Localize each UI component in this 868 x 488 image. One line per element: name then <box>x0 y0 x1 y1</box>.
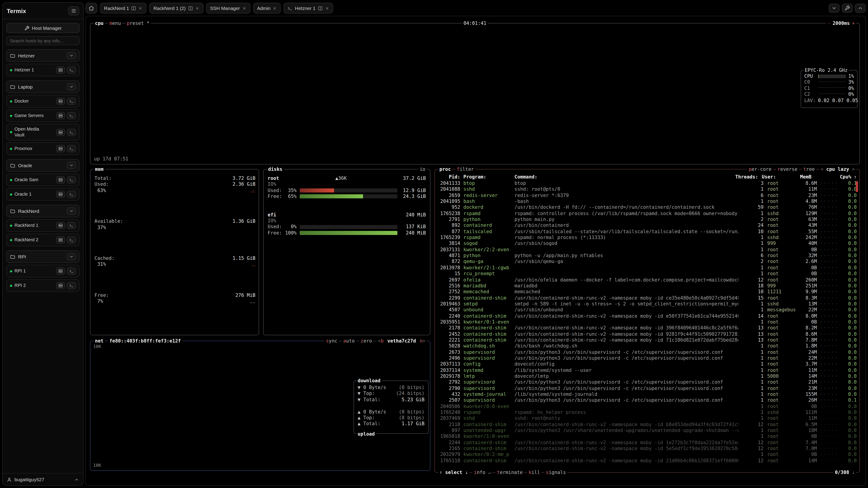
proc-scrollbar[interactable] <box>856 181 858 192</box>
tab-close-button[interactable] <box>325 6 329 10</box>
split-view-button[interactable] <box>131 6 136 11</box>
threads-header[interactable]: Threads: <box>733 174 758 180</box>
proc-row[interactable]: 2697ofelia/usr/bin/ofelia daemon --docke… <box>438 277 857 283</box>
proc-row[interactable]: 897unattended-upgr/usr/bin/python3 /usr/… <box>438 427 857 433</box>
next-interface-key[interactable]: n <box>420 338 423 344</box>
proc-row[interactable]: 1965018kworker/1:0-even1root0B·····0.0 <box>438 433 857 440</box>
proc-tree-toggle[interactable]: tree <box>802 166 816 172</box>
interval-increase-button[interactable]: + <box>852 20 855 26</box>
tab-ssh-manager[interactable]: SSH Manager <box>206 3 250 13</box>
proc-row[interactable]: 2041095bash-bash1root4.8M·····0.0 <box>438 198 857 204</box>
host-row-rpi-2[interactable]: RPI 2 <box>6 279 80 292</box>
host-stats-button[interactable] <box>56 236 65 243</box>
group-collapse-button[interactable] <box>67 162 76 169</box>
proc-sort-selector[interactable]: < cpu lazy > <box>819 166 856 172</box>
host-stats-button[interactable] <box>56 145 65 152</box>
host-stats-button[interactable] <box>56 191 65 198</box>
host-row-racknerd-2[interactable]: RackNerd 2 <box>6 234 80 246</box>
host-stats-button[interactable] <box>56 176 65 184</box>
net-sync-button[interactable]: sync <box>324 338 339 344</box>
proc-row[interactable]: 2037469sshdsshd: root@notty1root11M·····… <box>438 416 857 422</box>
user-header[interactable]: User: <box>758 174 793 180</box>
host-stats-button[interactable] <box>56 267 65 275</box>
cpu-menu-button[interactable]: menu <box>108 20 122 26</box>
pid-header[interactable]: Pid: <box>438 174 460 180</box>
proc-terminate-button[interactable]: terminate <box>495 469 524 475</box>
interval-decrease-button[interactable]: - <box>828 20 831 26</box>
host-terminal-button[interactable] <box>67 236 76 243</box>
host-stats-button[interactable] <box>56 66 65 74</box>
proc-row[interactable]: 877tailscaled/usr/sbin/tailscaled --stat… <box>438 229 857 235</box>
host-manager-button[interactable]: Host Manager <box>6 23 80 33</box>
proc-row[interactable]: 4871pythonpython -u /app/main.py nftable… <box>438 253 857 259</box>
proc-row[interactable]: 2673supervisord/usr/bin/python3 /usr/bin… <box>438 349 857 355</box>
tab-hetzner-1[interactable]: Hetzner 1 <box>284 3 333 13</box>
net-interface-selector[interactable]: <b vetha7c27d n> <box>377 338 427 344</box>
quick-actions-button[interactable] <box>842 4 852 13</box>
host-stats-button[interactable] <box>56 112 65 119</box>
host-stats-button[interactable] <box>56 98 65 105</box>
net-auto-button[interactable]: auto <box>342 338 356 344</box>
program-header[interactable]: Program: <box>460 174 511 180</box>
sidebar-toggle-button[interactable] <box>68 6 79 15</box>
host-terminal-button[interactable] <box>67 112 76 119</box>
tab-close-button[interactable] <box>273 6 277 10</box>
tab-close-button[interactable] <box>242 6 246 10</box>
group-header-hetzner[interactable]: Hetzner <box>6 49 80 62</box>
proc-row[interactable]: 2178containerd-shim/usr/bin/containerd-s… <box>438 325 857 331</box>
proc-reverse-toggle[interactable]: reverse <box>776 166 799 172</box>
host-terminal-button[interactable] <box>67 267 76 275</box>
proc-row[interactable]: 2037131kworker/2:2-even1root0B·····0.0 <box>438 247 857 253</box>
host-terminal-button[interactable] <box>67 145 76 152</box>
host-stats-button[interactable] <box>56 129 65 136</box>
cpu-header[interactable]: Cpu% <box>836 174 851 180</box>
host-stats-button[interactable] <box>56 222 65 229</box>
proc-row[interactable]: 2041133btopbtop3root8.6M·····0.1 <box>438 180 857 186</box>
proc-row[interactable]: 2659redis-serverredis-server *:63796root… <box>438 192 857 198</box>
proc-row[interactable]: 2029178lmtpdovecot/lmtp1500014M·····0.0 <box>438 373 857 379</box>
host-row-oracle-1[interactable]: Oracle 1 <box>6 188 80 201</box>
host-stats-button[interactable] <box>56 282 65 289</box>
host-terminal-button[interactable] <box>67 129 76 136</box>
proc-row[interactable]: 2752memcachedmemcached10112119.9M·····0.… <box>438 289 857 295</box>
search-input[interactable] <box>6 36 80 45</box>
host-row-oracle-sam[interactable]: Oracle Sam <box>6 173 80 186</box>
proc-row[interactable]: 2790supervisord/usr/bin/python3 /usr/bin… <box>438 385 857 391</box>
host-terminal-button[interactable] <box>67 98 76 105</box>
tab-admin[interactable]: Admin <box>253 3 281 13</box>
proc-signals-button[interactable]: signals <box>545 469 567 475</box>
home-button[interactable] <box>86 3 97 13</box>
proc-row[interactable]: 952dockerd/usr/bin/dockerd -H fd:// --co… <box>438 204 857 210</box>
cpu-preset-button[interactable]: preset * <box>125 20 151 26</box>
tab-close-button[interactable] <box>195 6 199 10</box>
proc-row[interactable]: 2299containerd-shim/usr/bin/containerd-s… <box>438 295 857 301</box>
group-header-racknerd[interactable]: RackNerd <box>6 205 80 217</box>
proc-row[interactable]: 2244containerd-shim/usr/bin/containerd-s… <box>438 440 857 446</box>
proc-row[interactable]: 2165containerd-shim/usr/bin/containerd-s… <box>438 446 857 452</box>
proc-info-button[interactable]: info ↵ <box>473 469 493 475</box>
proc-row[interactable]: 15rcu_preempt1root0B·····0.0 <box>438 271 857 277</box>
mem-header[interactable]: MemB <box>793 174 811 180</box>
tab-racknerd-1-2[interactable]: RackNerd 1 (2) <box>149 3 203 13</box>
host-row-proxmox[interactable]: Proxmox <box>6 142 80 155</box>
proc-row[interactable]: 2507supervisord/usr/bin/python3 /usr/bin… <box>438 397 857 403</box>
tab-racknerd-1[interactable]: RackNerd 1 <box>100 3 147 13</box>
proc-row[interactable]: 2035951kworker/0:1-even1root0B·····0.0 <box>438 319 857 325</box>
host-row-open-media-vault[interactable]: Open Media Vault <box>6 124 80 140</box>
proc-row[interactable]: 2452containerd-shim/usr/bin/containerd-s… <box>438 331 857 337</box>
proc-row[interactable]: 892containerd/usr/bin/containerd24root43… <box>438 223 857 229</box>
proc-row[interactable]: 1765240rspamdrspamd: hs_helper process1s… <box>438 410 857 416</box>
proc-row[interactable]: 2019463smtpdsmtpd -n 589 -t inet -u -o s… <box>438 301 857 307</box>
proc-row[interactable]: 5028watchdog.sh/bin/bash /watchdog.sh1ro… <box>438 343 857 349</box>
tab-dropdown-button[interactable] <box>829 4 839 13</box>
proc-row[interactable]: 2032979kworker/0:2-mm_p1root0B·····0.0 <box>438 452 857 458</box>
collapse-tabs-button[interactable] <box>855 4 866 13</box>
proc-filter-button[interactable]: filter <box>456 166 475 172</box>
proc-row[interactable]: 2496supervisord/usr/bin/python3 /usr/bin… <box>438 355 857 361</box>
host-row-game-servers[interactable]: Game Servers <box>6 109 80 122</box>
host-terminal-button[interactable] <box>67 222 76 229</box>
proc-row[interactable]: 1765238rspamdrspamd: controller process … <box>438 210 857 217</box>
host-row-hetzner-1[interactable]: Hetzner 1 <box>6 64 80 76</box>
group-collapse-button[interactable] <box>67 52 76 59</box>
group-collapse-button[interactable] <box>67 83 76 90</box>
